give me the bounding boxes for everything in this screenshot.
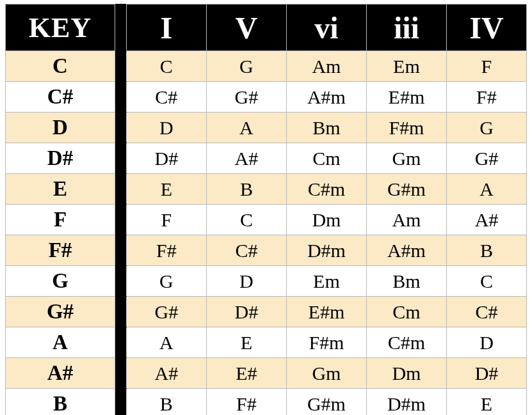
chord-cell: F# [206, 389, 286, 416]
key-cell: D [6, 113, 115, 143]
chord-cell: Gm [366, 143, 446, 174]
key-cell: B [6, 389, 115, 416]
chord-cell: F [446, 51, 526, 82]
chord-cell: A# [126, 358, 206, 389]
chord-cell: C# [126, 82, 206, 113]
chord-cell: G# [206, 82, 286, 113]
header-key: KEY [6, 4, 115, 51]
chord-cell: F# [126, 235, 206, 266]
table-row: AAEF#mC#mD [6, 327, 527, 358]
chord-cell: D# [446, 358, 526, 389]
header-degree-I: I [126, 4, 206, 51]
chord-cell: A#m [366, 235, 446, 266]
chord-cell: D# [126, 143, 206, 174]
chord-cell: B [206, 174, 286, 205]
chord-cell: E# [206, 358, 286, 389]
chord-cell: B [126, 389, 206, 416]
chord-cell: Cm [286, 143, 366, 174]
table-row: F#F#C#D#mA#mB [6, 235, 527, 266]
chord-cell: C [446, 266, 526, 297]
chord-cell: G [206, 51, 286, 82]
chord-cell: E#m [366, 82, 446, 113]
key-cell: D# [6, 143, 115, 174]
table-row: CCGAmEmF [6, 51, 527, 82]
chord-cell: C#m [286, 174, 366, 205]
chord-cell: D [126, 113, 206, 143]
chord-cell: F#m [286, 327, 366, 358]
header-degree-IV: IV [446, 4, 526, 51]
chord-cell: D [206, 266, 286, 297]
separator-column [115, 113, 126, 143]
header-degree-V: V [206, 4, 286, 51]
chord-cell: E [206, 327, 286, 358]
separator-column [115, 4, 126, 51]
separator-column [115, 205, 126, 235]
chord-cell: D# [206, 297, 286, 327]
chord-cell: G [446, 113, 526, 143]
key-cell: C# [6, 82, 115, 113]
chord-cell: Em [286, 266, 366, 297]
chord-cell: B [446, 235, 526, 266]
key-cell: G# [6, 297, 115, 327]
chord-cell: A# [206, 143, 286, 174]
table-row: EEBC#mG#mA [6, 174, 527, 205]
chord-cell: E [126, 174, 206, 205]
chord-cell: A [446, 174, 526, 205]
chord-cell: G#m [366, 174, 446, 205]
chord-cell: C [126, 51, 206, 82]
table-row: FFCDmAmA# [6, 205, 527, 235]
separator-column [115, 266, 126, 297]
table-row: GGDEmBmC [6, 266, 527, 297]
key-cell: E [6, 174, 115, 205]
table-row: A#A#E#GmDmD# [6, 358, 527, 389]
chord-cell: F# [446, 82, 526, 113]
chord-cell: A# [446, 205, 526, 235]
separator-column [115, 235, 126, 266]
separator-column [115, 327, 126, 358]
key-cell: C [6, 51, 115, 82]
key-cell: A# [6, 358, 115, 389]
table-row: D#D#A#CmGmG# [6, 143, 527, 174]
chord-cell: G# [126, 297, 206, 327]
chord-cell: D#m [286, 235, 366, 266]
chord-cell: C# [206, 235, 286, 266]
key-cell: A [6, 327, 115, 358]
key-cell: G [6, 266, 115, 297]
chord-cell: E [446, 389, 526, 416]
chord-cell: Cm [366, 297, 446, 327]
table-row: DDABmF#mG [6, 113, 527, 143]
chord-cell: D [446, 327, 526, 358]
table-body: CCGAmEmFC#C#G#A#mE#mF#DDABmF#mGD#D#A#CmG… [6, 51, 527, 416]
chord-cell: Dm [366, 358, 446, 389]
chord-cell: Am [286, 51, 366, 82]
chord-cell: Dm [286, 205, 366, 235]
chord-cell: Am [366, 205, 446, 235]
chord-cell: D#m [366, 389, 446, 416]
chord-cell: F#m [366, 113, 446, 143]
separator-column [115, 297, 126, 327]
chord-cell: Bm [366, 266, 446, 297]
header-degree-iii: iii [366, 4, 446, 51]
chord-cell: G#m [286, 389, 366, 416]
separator-column [115, 174, 126, 205]
chord-cell: Em [366, 51, 446, 82]
table-row: C#C#G#A#mE#mF# [6, 82, 527, 113]
table-header-row: KEY I V vi iii IV [6, 4, 527, 51]
separator-column [115, 389, 126, 416]
chord-cell: C# [446, 297, 526, 327]
separator-column [115, 358, 126, 389]
chord-cell: C [206, 205, 286, 235]
key-cell: F# [6, 235, 115, 266]
chord-progression-table: KEY I V vi iii IV CCGAmEmFC#C#G#A#mE#mF#… [5, 4, 527, 415]
chord-cell: F [126, 205, 206, 235]
chord-cell: G [126, 266, 206, 297]
chord-cell: Bm [286, 113, 366, 143]
table-row: BBF#G#mD#mE [6, 389, 527, 416]
chord-cell: A [126, 327, 206, 358]
table-row: G#G#D#E#mCmC# [6, 297, 527, 327]
chord-cell: G# [446, 143, 526, 174]
chord-cell: A [206, 113, 286, 143]
separator-column [115, 82, 126, 113]
chord-cell: A#m [286, 82, 366, 113]
key-cell: F [6, 205, 115, 235]
